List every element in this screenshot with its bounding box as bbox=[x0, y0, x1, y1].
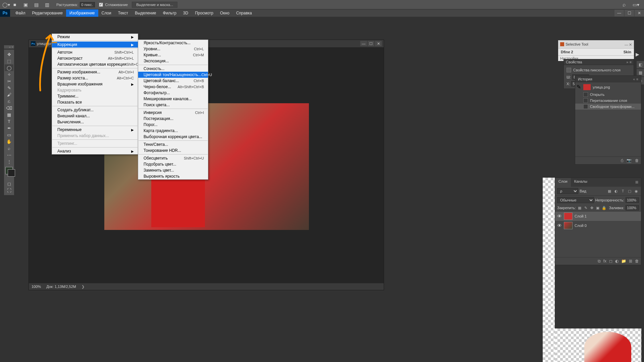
menuitem[interactable]: Размер холста...Alt+Ctrl+C bbox=[52, 75, 138, 81]
selective-close-button[interactable]: ✕ bbox=[629, 43, 632, 47]
edit-toolbar[interactable]: ⋮ bbox=[5, 158, 13, 165]
menuitem[interactable]: Микширование каналов... bbox=[138, 96, 208, 102]
shape-tool[interactable]: ▭ bbox=[5, 131, 13, 138]
layer-name[interactable]: Слой 1 bbox=[575, 214, 587, 218]
filter-adjustment-icon[interactable]: ◐ bbox=[613, 188, 619, 194]
maximize-button[interactable]: ☐ bbox=[625, 10, 634, 16]
history-state[interactable]: Перетаскивание слоя bbox=[575, 98, 641, 104]
history-snapshot[interactable]: ✎ улица.png bbox=[575, 82, 641, 92]
new-layer-icon[interactable]: ⊞ bbox=[629, 259, 632, 263]
layer-row[interactable]: 👁Слой 1 bbox=[555, 212, 641, 221]
lock-brush-icon[interactable]: ✎ bbox=[583, 205, 588, 210]
selection-new-icon[interactable]: ■ bbox=[11, 1, 18, 8]
status-flyout-icon[interactable]: ❯ bbox=[82, 285, 85, 289]
visibility-toggle-icon[interactable]: 👁 bbox=[557, 214, 562, 219]
gradient-tool[interactable]: ▦ bbox=[5, 111, 13, 118]
eraser-tool[interactable]: ⌫ bbox=[5, 105, 13, 111]
screen-mode-tool[interactable]: ⛶ bbox=[5, 187, 13, 194]
selection-subtract-icon[interactable]: ▤ bbox=[33, 1, 40, 8]
properties-menu-icon[interactable]: ≡ bbox=[630, 60, 632, 64]
pen-tool[interactable]: ✒ bbox=[5, 125, 13, 131]
menuitem[interactable]: Режим▶ bbox=[52, 34, 138, 40]
quick-mask-tool[interactable]: ◻ bbox=[5, 180, 13, 187]
clone-stamp-tool[interactable]: ⎌ bbox=[5, 98, 13, 105]
minimize-button[interactable]: — bbox=[614, 10, 624, 16]
menuitem[interactable]: Сочность... bbox=[138, 66, 208, 72]
marquee-tool[interactable]: ⬚ bbox=[5, 58, 13, 64]
menuitem[interactable]: Анализ▶ bbox=[52, 148, 138, 154]
menu-просмотр[interactable]: Просмотр bbox=[192, 9, 217, 17]
menuitem[interactable]: Экспозиция... bbox=[138, 58, 208, 64]
menuitem[interactable]: Автоматическая цветовая коррекцияShift+C… bbox=[52, 61, 138, 67]
menuitem[interactable]: Кривые...Ctrl+M bbox=[138, 52, 208, 58]
menuitem[interactable]: АвтотонShift+Ctrl+L bbox=[52, 49, 138, 55]
more-tools[interactable]: ⋯ bbox=[5, 152, 13, 158]
menu-изображение[interactable]: Изображение bbox=[66, 9, 98, 17]
delete-layer-icon[interactable]: 🗑 bbox=[635, 259, 639, 263]
opacity-input[interactable] bbox=[626, 197, 639, 203]
create-snapshot-icon[interactable]: 📷 bbox=[627, 158, 632, 163]
menuitem[interactable]: Вычисления... bbox=[52, 119, 138, 125]
history-state[interactable]: Свободное трансформи... bbox=[575, 104, 641, 110]
filter-smart-icon[interactable]: ◉ bbox=[634, 188, 639, 194]
lock-artboard-icon[interactable]: ▣ bbox=[595, 205, 600, 210]
workspace-switcher-icon[interactable]: ▭▾ bbox=[633, 1, 639, 8]
menuitem[interactable]: Фотофильтр... bbox=[138, 90, 208, 96]
magic-wand-tool[interactable]: ✧ bbox=[5, 71, 13, 78]
hand-tool[interactable]: ✋ bbox=[5, 138, 13, 145]
layer-fx-icon[interactable]: fx bbox=[603, 259, 606, 263]
filter-pixel-icon[interactable]: ▦ bbox=[607, 188, 612, 194]
doc-maximize-button[interactable]: ☐ bbox=[368, 41, 374, 46]
menu-файл[interactable]: Файл bbox=[12, 9, 29, 17]
blend-mode-select[interactable]: Обычные bbox=[557, 197, 594, 203]
menuitem[interactable]: Тримминг... bbox=[52, 93, 138, 99]
menuitem[interactable]: Карта градиента... bbox=[138, 128, 208, 134]
menuitem[interactable]: Переменные▶ bbox=[52, 127, 138, 133]
menuitem[interactable]: Уровни...Ctrl+L bbox=[138, 46, 208, 52]
menuitem[interactable]: Коррекция▶ bbox=[52, 42, 138, 48]
crop-tool[interactable]: ✂ bbox=[5, 78, 13, 84]
new-group-icon[interactable]: 📁 bbox=[621, 259, 626, 263]
brush-tool[interactable]: 🖌 bbox=[5, 91, 13, 98]
menuitem[interactable]: Размер изображения...Alt+Ctrl+I bbox=[52, 69, 138, 75]
toolbox-collapse-icon[interactable]: « bbox=[9, 45, 11, 49]
menu-окно[interactable]: Окно bbox=[217, 9, 233, 17]
selection-add-icon[interactable]: ▣ bbox=[22, 1, 29, 8]
menuitem[interactable]: Черно-белое...Alt+Shift+Ctrl+B bbox=[138, 84, 208, 90]
search-icon[interactable]: ⌕ bbox=[623, 2, 629, 8]
new-adjustment-icon[interactable]: ◐ bbox=[615, 259, 619, 263]
create-document-icon[interactable]: ⎙ bbox=[621, 158, 623, 163]
zoom-tool[interactable]: ⌕ bbox=[5, 145, 13, 152]
feather-input[interactable] bbox=[80, 2, 95, 7]
tab-layers[interactable]: Слои bbox=[555, 178, 571, 187]
menuitem[interactable]: Подобрать цвет... bbox=[138, 161, 208, 167]
menuitem[interactable]: Создать дубликат... bbox=[52, 107, 138, 113]
move-tool[interactable]: ✥ bbox=[5, 51, 13, 58]
toolbox-close-icon[interactable]: × bbox=[11, 45, 13, 49]
fill-input[interactable] bbox=[626, 205, 639, 210]
menu-слои[interactable]: Слои bbox=[98, 9, 115, 17]
menu-3d[interactable]: 3D bbox=[180, 9, 192, 17]
menuitem[interactable]: ОбесцветитьShift+Ctrl+U bbox=[138, 155, 208, 161]
menuitem[interactable]: Тени/Света... bbox=[138, 141, 208, 147]
play-timeline-button[interactable]: ▶ bbox=[636, 52, 639, 57]
menuitem[interactable]: Выровнять яркость bbox=[138, 173, 208, 179]
history-brush-icon[interactable]: ✎ bbox=[577, 84, 581, 90]
type-tool[interactable]: T bbox=[5, 118, 13, 125]
lasso-tool-icon[interactable]: ◯▾ bbox=[3, 1, 9, 8]
menu-справка[interactable]: Справка bbox=[233, 9, 255, 17]
doc-minimize-button[interactable]: — bbox=[360, 41, 367, 46]
layer-filter-select[interactable]: ρ bbox=[557, 188, 578, 194]
visibility-toggle-icon[interactable]: 👁 bbox=[557, 223, 562, 228]
menuitem[interactable]: АвтоконтрастAlt+Shift+Ctrl+L bbox=[52, 55, 138, 61]
lock-position-icon[interactable]: ✥ bbox=[589, 205, 594, 210]
doc-size-readout[interactable]: Док: 1,13M/2,52M bbox=[46, 285, 76, 289]
selective-min-button[interactable]: — bbox=[625, 43, 628, 47]
color-panel-icon[interactable]: ◧ bbox=[637, 61, 644, 68]
history-state[interactable]: Открыть bbox=[575, 92, 641, 98]
menuitem[interactable]: Постеризация... bbox=[138, 116, 208, 122]
layers-menu-icon[interactable]: ≡ bbox=[633, 178, 641, 187]
menuitem[interactable]: Порог... bbox=[138, 122, 208, 128]
layer-row[interactable]: 👁Слой 0 bbox=[555, 221, 641, 230]
menuitem[interactable]: Показать все bbox=[52, 99, 138, 105]
